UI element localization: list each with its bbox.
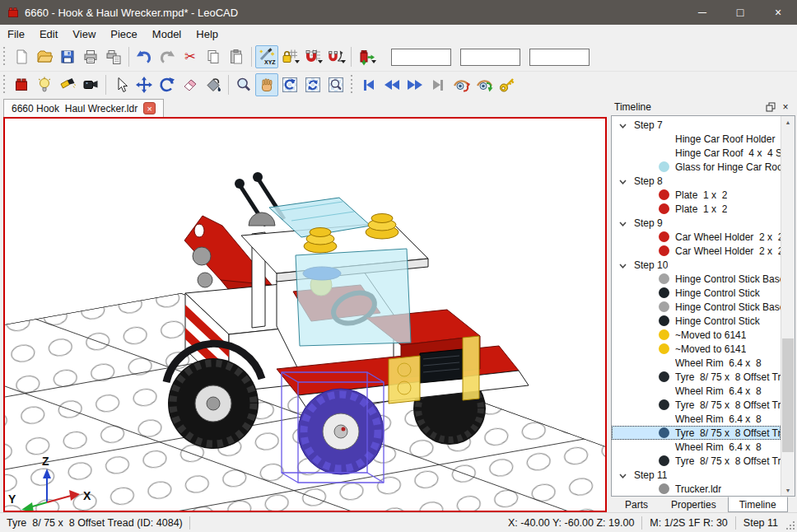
- spotlight-button[interactable]: [56, 73, 79, 96]
- paint-tool-button[interactable]: [202, 73, 225, 96]
- show-later-steps-button[interactable]: [473, 73, 496, 96]
- delete-tool-button[interactable]: [179, 73, 202, 96]
- redo-button[interactable]: [156, 45, 179, 68]
- rotate-tool-button[interactable]: [156, 73, 179, 96]
- timeline-part-row[interactable]: Hinge Control Stick Base: [612, 300, 781, 314]
- timeline-panel-header[interactable]: Timeline ×: [609, 98, 797, 115]
- chevron-down-icon[interactable]: [619, 119, 627, 131]
- chevron-down-icon[interactable]: [619, 217, 627, 229]
- scroll-down-icon[interactable]: ▼: [781, 484, 795, 496]
- previous-step-button[interactable]: [380, 73, 403, 96]
- copy-button[interactable]: [202, 45, 225, 68]
- first-step-button[interactable]: [357, 73, 380, 96]
- menu-edit[interactable]: Edit: [32, 26, 65, 42]
- chevron-down-icon[interactable]: [619, 469, 627, 481]
- timeline-part-row[interactable]: Tyre 8/ 75 x 8 Offset Tr...: [612, 370, 781, 384]
- minimize-button[interactable]: ─: [683, 0, 721, 25]
- toolbar-grip[interactable]: [349, 75, 355, 95]
- timeline-part-row[interactable]: Plate 1 x 2: [612, 188, 781, 202]
- timeline-part-row[interactable]: ~Moved to 6141: [612, 328, 781, 342]
- menu-file[interactable]: File: [0, 26, 32, 42]
- timeline-part-row[interactable]: Hinge Control Stick: [612, 314, 781, 328]
- save-button[interactable]: [56, 45, 79, 68]
- timeline-part-row[interactable]: Tyre 8/ 75 x 8 Offset Tr...: [612, 398, 781, 412]
- timeline-scrollbar[interactable]: ▲ ▼: [781, 116, 795, 496]
- transform-z-input[interactable]: [529, 49, 590, 66]
- 3d-viewport-canvas[interactable]: Z X Y: [5, 119, 605, 511]
- transform-y-input[interactable]: [460, 49, 520, 66]
- timeline-step-row[interactable]: Step 10: [612, 258, 781, 272]
- 3d-viewport[interactable]: Z X Y: [3, 117, 607, 512]
- insert-piece-button[interactable]: [10, 73, 33, 96]
- document-tab[interactable]: 6660 Hook Haul Wrecker.ldr ×: [3, 99, 164, 117]
- maximize-button[interactable]: □: [721, 0, 759, 25]
- chevron-down-icon[interactable]: [619, 259, 627, 271]
- tab-parts[interactable]: Parts: [613, 497, 660, 512]
- menu-piece[interactable]: Piece: [103, 26, 145, 42]
- timeline-step-row[interactable]: Step 7: [612, 118, 781, 132]
- roll-tool-button[interactable]: [301, 73, 324, 96]
- new-file-button[interactable]: [10, 45, 33, 68]
- move-snap-button[interactable]: [355, 45, 378, 68]
- last-step-button[interactable]: [426, 73, 450, 96]
- tab-properties[interactable]: Properties: [660, 497, 728, 512]
- timeline-part-row[interactable]: Car Wheel Holder 2 x 2...: [612, 244, 781, 258]
- show-earlier-steps-button[interactable]: [450, 73, 473, 96]
- timeline-part-row[interactable]: Hinge Control Stick: [612, 286, 781, 300]
- next-step-button[interactable]: [403, 73, 426, 96]
- timeline-step-row[interactable]: Step 9: [612, 216, 781, 230]
- toolbar-grip[interactable]: [2, 75, 7, 95]
- snap-angle-button[interactable]: [324, 45, 347, 68]
- autokey-button[interactable]: [496, 73, 519, 96]
- timeline-step-row[interactable]: Step 11: [612, 468, 781, 482]
- lock-snap-button[interactable]: [278, 45, 301, 68]
- menu-help[interactable]: Help: [189, 26, 226, 42]
- timeline-step-row[interactable]: Step 8: [612, 174, 781, 188]
- timeline-part-row[interactable]: Tyre 8/ 75 x 8 Offset Tr...: [612, 454, 781, 468]
- timeline-part-row[interactable]: Wheel Rim 6.4 x 8: [612, 356, 781, 370]
- window-title: 6660 - Hook & Haul Wrecker.mpd* - LeoCAD: [25, 7, 238, 19]
- timeline-part-row[interactable]: Hinge Control Stick Base: [612, 272, 781, 286]
- close-button[interactable]: ×: [759, 0, 797, 25]
- timeline-part-row[interactable]: Wheel Rim 6.4 x 8: [612, 384, 781, 398]
- part-name: ~Moved to 6141: [675, 329, 746, 341]
- chevron-down-icon[interactable]: [619, 175, 627, 187]
- timeline-part-row[interactable]: Glass for Hinge Car Roo...: [612, 160, 781, 174]
- pan-tool-button[interactable]: [255, 73, 278, 96]
- scrollbar-thumb[interactable]: [782, 338, 794, 452]
- timeline-part-row[interactable]: Plate 1 x 2: [612, 202, 781, 216]
- snap-grid-button[interactable]: [301, 45, 324, 68]
- undo-button[interactable]: [133, 45, 156, 68]
- timeline-part-row[interactable]: Trucker.ldr: [612, 482, 781, 496]
- select-tool-button[interactable]: [110, 73, 133, 96]
- close-panel-icon[interactable]: ×: [778, 100, 793, 114]
- scroll-up-icon[interactable]: ▲: [781, 116, 795, 128]
- menu-view[interactable]: View: [65, 26, 103, 42]
- toolbar-grip[interactable]: [2, 47, 7, 67]
- float-panel-icon[interactable]: [763, 100, 778, 114]
- timeline-part-row[interactable]: Hinge Car Roof 4 x 4 S...: [612, 146, 781, 160]
- timeline-part-row[interactable]: Hinge Car Roof Holder ...: [612, 132, 781, 146]
- move-tool-button[interactable]: [133, 73, 156, 96]
- timeline-part-row[interactable]: Wheel Rim 6.4 x 8: [612, 440, 781, 454]
- light-button[interactable]: [33, 73, 56, 96]
- tab-close-icon[interactable]: ×: [143, 102, 156, 114]
- camera-button[interactable]: [79, 73, 102, 96]
- tab-timeline[interactable]: Timeline: [728, 497, 788, 512]
- timeline-part-row[interactable]: Car Wheel Holder 2 x 2...: [612, 230, 781, 244]
- transform-xyz-button[interactable]: XYZ: [255, 45, 278, 68]
- print-preview-button[interactable]: [102, 45, 125, 68]
- print-button[interactable]: [79, 45, 102, 68]
- timeline-part-row[interactable]: Wheel Rim 6.4 x 8: [612, 412, 781, 426]
- menu-model[interactable]: Model: [145, 26, 189, 42]
- zoom-region-button[interactable]: [324, 73, 347, 96]
- resize-grip-icon[interactable]: [785, 520, 795, 530]
- open-file-button[interactable]: [33, 45, 56, 68]
- paste-button[interactable]: [225, 45, 248, 68]
- timeline-part-row[interactable]: ~Moved to 6141: [612, 342, 781, 356]
- timeline-part-row[interactable]: Tyre 8/ 75 x 8 Offset Tr...: [612, 426, 781, 440]
- transform-x-input[interactable]: [391, 49, 451, 66]
- rotate-view-button[interactable]: [278, 73, 301, 96]
- cut-button[interactable]: ✂: [179, 45, 202, 68]
- zoom-tool-button[interactable]: [232, 73, 255, 96]
